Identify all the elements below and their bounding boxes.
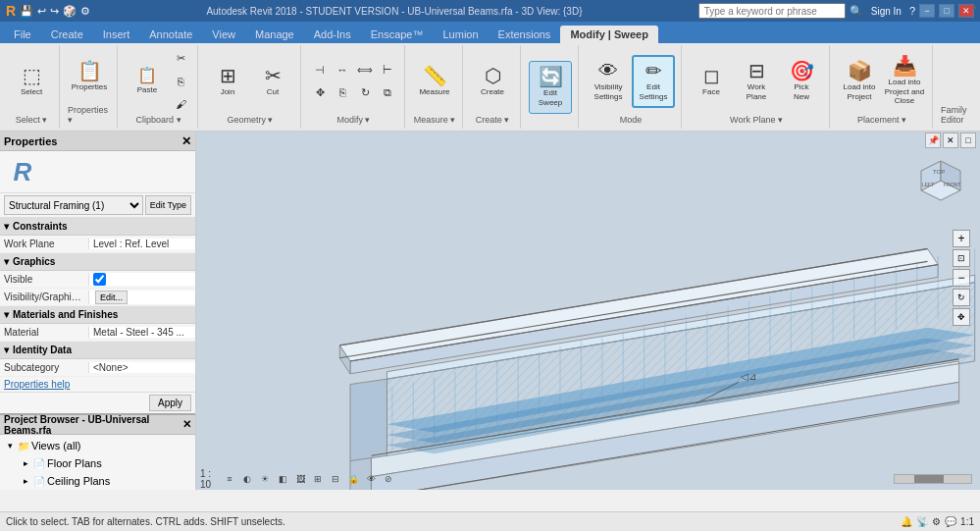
sign-in-button[interactable]: Sign In bbox=[867, 6, 905, 17]
tab-modify-sweep[interactable]: Modify | Sweep bbox=[560, 26, 657, 43]
properties-buttons: 📋 Properties bbox=[68, 47, 111, 105]
sun-path-button[interactable]: ☀ bbox=[257, 471, 273, 487]
load-project-close-button[interactable]: 📥 Load intoProject and Close bbox=[883, 55, 926, 108]
properties-button[interactable]: 📋 Properties bbox=[68, 50, 111, 103]
quick-access-save[interactable]: 💾 bbox=[20, 5, 33, 18]
measure-group-label: Measure ▾ bbox=[414, 115, 456, 127]
zoom-fit-button[interactable]: ⊡ bbox=[953, 249, 970, 267]
pan-button[interactable]: ✥ bbox=[953, 308, 970, 326]
materials-section-header[interactable]: ▾ Materials and Finishes bbox=[0, 306, 195, 324]
rotate-button[interactable]: ↻ bbox=[354, 81, 376, 103]
tab-addins[interactable]: Add-Ins bbox=[304, 26, 361, 43]
visibility-icon: 👁 bbox=[598, 61, 618, 80]
picknew-button[interactable]: 🎯 PickNew bbox=[780, 55, 823, 108]
orbit-button[interactable]: ↻ bbox=[953, 289, 970, 306]
cut-geom-label: Cut bbox=[267, 87, 279, 97]
offset-button[interactable]: ↔ bbox=[332, 59, 353, 80]
status-icon-1[interactable]: 🔔 bbox=[901, 516, 912, 527]
tab-lumion[interactable]: Lumion bbox=[433, 26, 488, 43]
lock-3d-button[interactable]: 🔒 bbox=[345, 471, 361, 487]
help-icon[interactable]: ? bbox=[909, 5, 915, 17]
shadows-button[interactable]: ◧ bbox=[275, 471, 290, 487]
viewport-close-button[interactable]: ✕ bbox=[943, 133, 958, 148]
mirror-pick-button[interactable]: ⟺ bbox=[354, 59, 376, 80]
viewport-maximize-button[interactable]: □ bbox=[960, 133, 976, 148]
navigation-cube[interactable]: TOP LEFT FRONT bbox=[911, 151, 970, 210]
prop-value-material[interactable]: Metal - Steel - 345 ... bbox=[88, 327, 195, 338]
quick-access-3d[interactable]: 🎲 bbox=[63, 5, 77, 18]
face-button[interactable]: ◻ Face bbox=[690, 55, 733, 108]
status-icon-2[interactable]: 📡 bbox=[916, 516, 928, 527]
load-project-button[interactable]: 📦 Load intoProject bbox=[838, 55, 881, 108]
edit-type-button[interactable]: Edit Type bbox=[145, 195, 191, 215]
prop-value-visible[interactable] bbox=[88, 273, 195, 286]
matchtype-button[interactable]: 🖌 bbox=[170, 93, 191, 115]
zoom-controls: + ⊡ − ↻ ✥ bbox=[953, 230, 970, 326]
cut-button[interactable]: ✂ bbox=[170, 48, 191, 70]
tree-item-floor-plans[interactable]: ▸ 📄 Floor Plans bbox=[18, 454, 193, 472]
project-browser-close-button[interactable]: ✕ bbox=[182, 418, 191, 431]
app-icon: R bbox=[6, 3, 16, 19]
tab-manage[interactable]: Manage bbox=[245, 26, 304, 43]
tab-enscape[interactable]: Enscape™ bbox=[361, 26, 434, 43]
tab-insert[interactable]: Insert bbox=[93, 26, 140, 43]
trim-button[interactable]: ⊢ bbox=[377, 59, 398, 80]
properties-type-selector[interactable]: Structural Framing (1) bbox=[4, 195, 143, 215]
cut-geom-button[interactable]: ✂ Cut bbox=[251, 55, 294, 108]
copy-button[interactable]: ⎘ bbox=[170, 71, 191, 92]
quick-access-redo[interactable]: ↪ bbox=[50, 5, 59, 18]
quick-access-settings[interactable]: ⚙ bbox=[80, 5, 90, 18]
visual-style-button[interactable]: ◐ bbox=[239, 471, 255, 487]
zoom-in-button[interactable]: + bbox=[953, 230, 970, 247]
select-button[interactable]: ⬚ Select bbox=[10, 55, 53, 108]
viewport-pin-button[interactable]: 📌 bbox=[925, 133, 941, 148]
eye-button[interactable]: 👁 bbox=[363, 471, 379, 487]
show-crop-button[interactable]: ⊟ bbox=[328, 471, 343, 487]
visibility-settings-button[interactable]: 👁 VisibilitySettings bbox=[587, 55, 630, 108]
modify-buttons: ⊣ ↔ ⟺ ⊢ ✥ ⎘ ↻ ⧉ bbox=[309, 47, 398, 115]
detail-level-button[interactable]: ≡ bbox=[222, 471, 237, 487]
workplane-btn[interactable]: ⊟ WorkPlane bbox=[735, 55, 778, 108]
render-button[interactable]: 🖼 bbox=[292, 471, 308, 487]
properties-close-button[interactable]: ✕ bbox=[181, 134, 191, 148]
quick-access-undo[interactable]: ↩ bbox=[37, 5, 46, 18]
properties-help-link[interactable]: Properties help bbox=[0, 377, 195, 392]
restore-button[interactable]: □ bbox=[939, 4, 954, 18]
tree-item-views-all[interactable]: ▾ 📁 Views (all) bbox=[2, 437, 193, 454]
join-button[interactable]: ⊞ Join bbox=[206, 55, 249, 108]
paste-button[interactable]: 📋 Paste bbox=[126, 56, 169, 107]
edit-sweep-button[interactable]: 🔄 EditSweep bbox=[529, 61, 572, 114]
status-icon-4[interactable]: 💬 bbox=[945, 516, 956, 527]
temp-hide-button[interactable]: ⊘ bbox=[381, 471, 396, 487]
move-button[interactable]: ✥ bbox=[309, 81, 331, 103]
create-button[interactable]: ⬡ Create bbox=[471, 55, 514, 108]
crop-region-button[interactable]: ⊞ bbox=[310, 471, 326, 487]
edit-settings-button[interactable]: ✏ EditSettings bbox=[632, 55, 675, 108]
identity-section-header[interactable]: ▾ Identity Data bbox=[0, 342, 195, 359]
tab-create[interactable]: Create bbox=[41, 26, 93, 43]
tab-annotate[interactable]: Annotate bbox=[139, 26, 202, 43]
scrollbar-thumb[interactable] bbox=[914, 475, 944, 483]
search-icon[interactable]: 🔍 bbox=[850, 5, 863, 18]
join-label: Join bbox=[221, 87, 235, 97]
status-icon-3[interactable]: ⚙ bbox=[932, 516, 941, 527]
tab-extensions[interactable]: Extensions bbox=[489, 26, 561, 43]
tab-view[interactable]: View bbox=[202, 26, 245, 43]
search-input[interactable] bbox=[698, 3, 846, 19]
copy-tool-button[interactable]: ⎘ bbox=[332, 81, 353, 103]
apply-button[interactable]: Apply bbox=[149, 395, 191, 411]
minimize-button[interactable]: − bbox=[919, 4, 935, 18]
align-button[interactable]: ⊣ bbox=[309, 59, 331, 80]
horizontal-scrollbar[interactable] bbox=[894, 474, 972, 484]
viewport[interactable]: 📌 ✕ □ bbox=[196, 132, 980, 490]
constraints-section-header[interactable]: ▾ Constraints ▲ bbox=[0, 218, 195, 236]
tree-item-ceiling-plans[interactable]: ▸ 📄 Ceiling Plans bbox=[18, 472, 193, 490]
vis-graphics-edit-button[interactable]: Edit... bbox=[95, 291, 128, 304]
measure-button[interactable]: 📏 Measure bbox=[413, 55, 456, 108]
graphics-section-header[interactable]: ▾ Graphics bbox=[0, 253, 195, 271]
zoom-out-button[interactable]: − bbox=[953, 269, 970, 287]
prop-row-visibility-graphics: Visibility/Graphics Ov... Edit... bbox=[0, 289, 195, 306]
tab-file[interactable]: File bbox=[4, 26, 41, 43]
visible-checkbox[interactable] bbox=[93, 273, 106, 286]
array-button[interactable]: ⧉ bbox=[377, 81, 398, 103]
